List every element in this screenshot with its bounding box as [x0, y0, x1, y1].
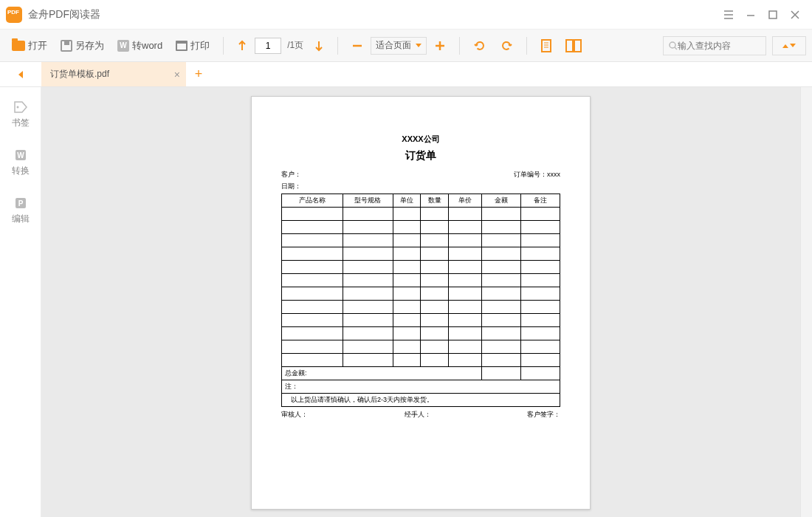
to-word-button[interactable]: W 转word: [111, 34, 168, 58]
doc-orderno-label: 订单编号：xxxx: [514, 170, 560, 179]
sidebar-bookmark-label: 书签: [12, 117, 30, 129]
doc-signer: 客户签字：: [527, 410, 560, 420]
doc-date-label: 日期：: [281, 182, 301, 191]
zoom-out-button[interactable]: [345, 34, 369, 58]
sidebar-edit-label: 编辑: [12, 213, 30, 225]
rotate-cw-button[interactable]: [494, 34, 519, 58]
page-number-input[interactable]: [255, 38, 281, 54]
to-word-label: 转word: [132, 39, 162, 52]
view-two-page-button[interactable]: [560, 34, 588, 58]
convert-icon: W: [13, 148, 28, 162]
tab-close-button[interactable]: ×: [174, 69, 180, 81]
doc-order-table: 产品名称型号规格单位数量单价金额备注 总金额:注：以上货品请谨慎确认，确认后2-…: [281, 194, 560, 407]
window-maximize-button[interactable]: [762, 4, 784, 26]
doc-reviewer: 审核人：: [281, 410, 308, 420]
page-up-button[interactable]: [231, 34, 253, 58]
new-tab-button[interactable]: +: [186, 62, 211, 86]
svg-text:W: W: [17, 151, 24, 160]
svg-rect-2: [566, 40, 573, 52]
main-toolbar: 打开 另存为 W 转word 打印 /1页 适合页面: [0, 30, 812, 62]
svg-rect-3: [574, 40, 581, 52]
doc-company: XXXX公司: [281, 134, 560, 145]
page-down-button[interactable]: [308, 34, 330, 58]
open-label: 打开: [28, 39, 47, 52]
zoom-in-button[interactable]: [428, 34, 452, 58]
search-icon: [668, 41, 678, 51]
doc-title: 订货单: [281, 149, 560, 162]
save-as-button[interactable]: 另存为: [55, 34, 110, 58]
open-button[interactable]: 打开: [6, 34, 53, 58]
bookmark-tag-icon: [13, 100, 28, 114]
save-as-label: 另存为: [75, 39, 104, 52]
doc-handler: 经手人：: [405, 410, 431, 420]
print-button[interactable]: 打印: [170, 34, 216, 58]
search-nav-buttons[interactable]: [772, 36, 806, 55]
chevron-up-icon: [782, 44, 788, 48]
svg-point-5: [16, 106, 18, 109]
edit-icon: P: [13, 196, 28, 210]
pdf-page: XXXX公司 订货单 客户： 订单编号：xxxx 日期： 产品名称型号规格单位数…: [251, 96, 591, 510]
save-icon: [61, 40, 72, 52]
separator: [526, 37, 527, 55]
vertical-scrollbar[interactable]: [800, 87, 812, 517]
sidebar-bookmark-button[interactable]: 书签: [12, 100, 30, 129]
app-logo-icon: [6, 7, 22, 23]
page-total-label: /1页: [287, 39, 303, 52]
chevron-left-icon: [18, 71, 24, 78]
svg-rect-0: [769, 11, 777, 18]
view-single-page-button[interactable]: [534, 34, 558, 58]
separator: [337, 37, 338, 55]
chevron-down-icon: [790, 44, 796, 48]
window-minimize-button[interactable]: [740, 4, 762, 26]
zoom-mode-select[interactable]: 适合页面: [371, 37, 427, 55]
tab-filename: 订货单模板.pdf: [50, 68, 109, 81]
svg-text:P: P: [18, 199, 23, 208]
page-canvas[interactable]: XXXX公司 订货单 客户： 订单编号：xxxx 日期： 产品名称型号规格单位数…: [41, 87, 800, 517]
chevron-down-icon: [416, 44, 422, 48]
rotate-ccw-button[interactable]: [467, 34, 492, 58]
hamburger-menu-button[interactable]: [718, 4, 740, 26]
print-label: 打印: [190, 39, 210, 52]
window-close-button[interactable]: [784, 4, 806, 26]
separator: [223, 37, 224, 55]
folder-icon: [12, 41, 25, 51]
doc-customer-label: 客户：: [281, 170, 301, 179]
search-input[interactable]: [678, 41, 761, 51]
search-box[interactable]: [663, 36, 766, 55]
printer-icon: [176, 41, 187, 51]
sidebar-convert-button[interactable]: W 转换: [12, 148, 30, 177]
separator: [459, 37, 460, 55]
app-title: 金舟PDF阅读器: [28, 8, 100, 21]
word-icon: W: [117, 40, 129, 52]
sidebar-convert-label: 转换: [12, 165, 30, 177]
sidebar-edit-button[interactable]: P 编辑: [12, 196, 30, 225]
left-sidebar: 书签 W 转换 P 编辑: [0, 87, 41, 517]
tab-collapse-button[interactable]: [0, 62, 41, 86]
svg-rect-1: [542, 40, 551, 52]
document-tab[interactable]: 订货单模板.pdf ×: [41, 62, 186, 86]
zoom-mode-label: 适合页面: [376, 39, 411, 52]
svg-point-4: [670, 42, 675, 48]
